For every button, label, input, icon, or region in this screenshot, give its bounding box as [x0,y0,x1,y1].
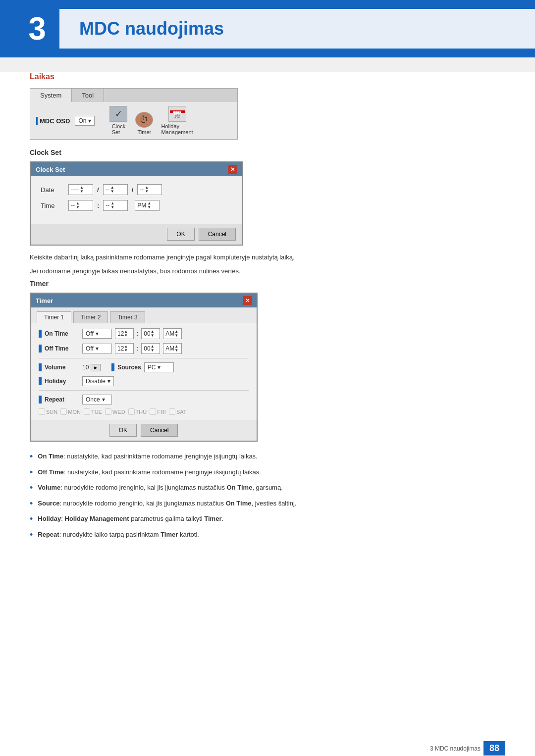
mdc-osd-dropdown[interactable]: On ▾ [75,116,95,126]
time-hour-value: -- [71,202,75,209]
day-wed-checkbox[interactable] [105,408,111,415]
timer-cancel-button[interactable]: Cancel [141,424,178,437]
off-time-sep: : [137,345,138,352]
holiday-icon-item[interactable]: ■■■■ 1 2 3 4 5 6 HolidayManagement [161,106,193,135]
on-time-ampm-arrows[interactable]: ▲▼ [174,330,178,338]
page-footer: 3 MDC naudojimas 88 [430,741,505,756]
volume-control: 10 ► [82,364,101,371]
on-time-hour-input[interactable]: 12 ▲▼ [115,328,134,339]
day-tue-checkbox[interactable] [84,408,90,415]
time-ampm-arrows[interactable]: ▲▼ [147,202,151,209]
date-sep2: / [132,186,134,194]
timer-ok-button[interactable]: OK [109,424,137,437]
bullet-on-time: • On Time: nustatykite, kad pasirinktame… [30,452,505,462]
timer-subheading: Timer [30,280,505,288]
off-time-row: Off Time Off ▾ 12 ▲▼ : 00 ▲▼ AM ▲▼ [39,343,249,354]
clock-set-close-button[interactable]: ✕ [228,165,237,174]
day-fri-checkbox[interactable] [150,408,156,415]
clock-set-cancel-button[interactable]: Cancel [199,228,236,241]
volume-bar [39,363,42,371]
on-time-ampm-input[interactable]: AM ▲▼ [163,328,182,339]
chapter-banner: 3 MDC naudojimas [0,0,535,57]
on-time-dropdown[interactable]: Off ▾ [82,329,112,339]
off-time-dropdown[interactable]: Off ▾ [82,344,112,353]
time-hour-input[interactable]: -- ▲▼ [68,200,93,211]
mdc-tab-system[interactable]: System [30,89,72,102]
bullet-volume: • Volume: nurodykite rodomo įrenginio, k… [30,483,505,494]
bullet-source-key: Source [38,500,59,507]
on-time-min-value: 00 [144,330,150,337]
bullet-on-time-text: On Time: nustatykite, kad pasirinktame r… [38,452,257,461]
off-time-dropdown-value: Off [86,345,94,352]
sources-label: Sources [117,364,141,371]
on-time-min-arrows[interactable]: ▲▼ [151,330,155,338]
day-sat-label: SAT [176,409,187,415]
timer-close-button[interactable]: ✕ [243,296,252,305]
sources-bar [111,363,114,371]
time-min-input[interactable]: -- ▲▼ [103,200,128,211]
timer-tab-1[interactable]: Timer 1 [37,311,71,323]
off-time-hour-value: 12 [117,345,124,352]
timer-tab-3[interactable]: Timer 3 [110,311,145,323]
date-day-arrows[interactable]: ▲▼ [145,186,149,194]
on-time-hour-value: 12 [117,330,124,337]
page-number: 88 [483,741,505,756]
chapter-number: 3 [15,9,59,49]
desc2: Jei rodomame įrenginyje laikas nenustaty… [30,266,505,276]
repeat-dropdown[interactable]: Once ▾ [82,395,112,404]
clock-set-ok-button[interactable]: OK [167,228,194,241]
mdc-tab-tool[interactable]: Tool [72,89,104,102]
mdc-tab-bar: System Tool [30,89,237,102]
on-time-min-input[interactable]: 00 ▲▼ [141,328,160,339]
on-time-dropdown-value: Off [86,330,94,337]
clock-set-label: ClockSet [112,123,126,135]
time-hour-arrows[interactable]: ▲▼ [76,202,80,209]
time-ampm-input[interactable]: PM ▲▼ [135,200,160,211]
on-time-label: On Time [45,330,79,337]
timer-body: On Time Off ▾ 12 ▲▼ : 00 ▲▼ AM ▲▼ [31,323,257,420]
off-time-hour-arrows[interactable]: ▲▼ [124,345,128,353]
off-time-min-arrows[interactable]: ▲▼ [151,345,155,353]
timer-tab-2[interactable]: Timer 2 [73,311,108,323]
date-month-arrows[interactable]: ▲▼ [110,186,114,194]
timer-titlebar: Timer ✕ [31,294,257,307]
timer-icon-item[interactable]: ⏱ Timer [135,112,153,135]
on-time-sep: : [137,330,138,337]
day-mon-checkbox[interactable] [60,408,67,415]
date-month-value: -- [106,186,109,193]
day-fri-label: FRI [157,409,166,415]
mdc-osd-bar: MDC OSD [36,117,70,125]
holiday-bar [39,377,42,385]
date-year-arrows[interactable]: ▲▼ [80,186,84,194]
day-thu-checkbox[interactable] [128,408,135,415]
bullet-off-time-text: Off Time: nustatykite, kad pasirinktame … [38,467,261,477]
timer-tab-bar: Timer 1 Timer 2 Timer 3 [37,311,251,323]
holiday-dropdown[interactable]: Disable ▾ [82,376,114,386]
day-wed-label: WED [112,409,125,415]
bullet-dot-2: • [30,467,33,478]
bullet-dot-4: • [30,499,33,509]
off-time-hour-input[interactable]: 12 ▲▼ [115,343,134,354]
clock-set-icon-item[interactable]: ✓ ClockSet [109,106,127,135]
on-time-ampm-value: AM [165,330,174,337]
off-time-ampm-input[interactable]: AM ▲▼ [163,343,182,354]
on-time-hour-arrows[interactable]: ▲▼ [124,330,128,338]
volume-arrow-button[interactable]: ► [91,364,101,371]
date-sep1: / [97,186,99,194]
date-day-input[interactable]: -- ▲▼ [137,184,162,195]
repeat-dropdown-arrow: ▾ [102,396,105,403]
sources-dropdown[interactable]: PC ▾ [144,362,174,372]
date-year-input[interactable]: ---- ▲▼ [68,184,93,195]
off-time-ampm-arrows[interactable]: ▲▼ [174,345,178,353]
mdc-osd-value: On [78,117,86,124]
bullet-volume-text: Volume: nurodykite rodomo įrenginio, kai… [38,483,282,493]
day-sun-checkbox[interactable] [39,408,45,415]
time-min-arrows[interactable]: ▲▼ [110,202,114,209]
holiday-dropdown-arrow: ▾ [107,378,110,385]
timer-tab-area: Timer 1 Timer 2 Timer 3 [31,307,257,323]
day-tue: TUE [84,408,102,415]
off-time-bar [39,345,42,353]
date-month-input[interactable]: -- ▲▼ [103,184,128,195]
day-sat-checkbox[interactable] [169,408,175,415]
off-time-min-input[interactable]: 00 ▲▼ [141,343,160,354]
